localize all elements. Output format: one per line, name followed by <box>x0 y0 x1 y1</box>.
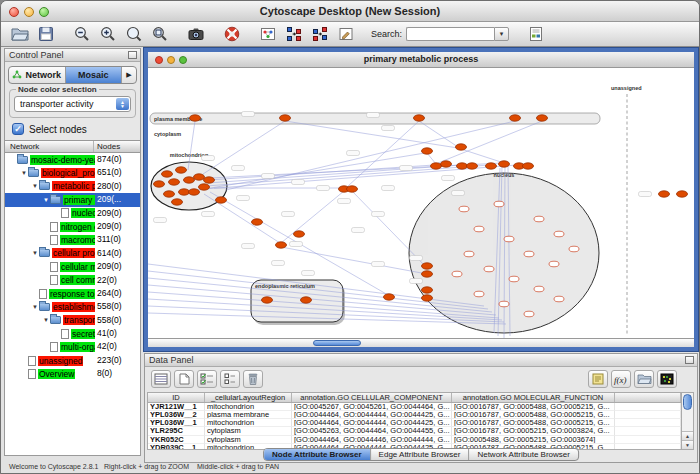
node-color-combobox[interactable]: transporter activity ▲▼ <box>14 96 131 112</box>
graph-node[interactable] <box>154 181 165 187</box>
graph-node[interactable] <box>194 174 205 180</box>
graph-node[interactable] <box>459 206 469 212</box>
attribute-matrix-icon[interactable] <box>657 370 677 388</box>
tree-row[interactable]: secretion41(0) <box>5 327 140 340</box>
graph-node[interactable] <box>204 177 215 183</box>
tree-row[interactable]: unassigned223(0) <box>5 354 140 367</box>
column-header[interactable]: ID <box>148 393 205 402</box>
graph-node[interactable] <box>464 251 474 257</box>
graph-node[interactable] <box>384 294 395 300</box>
graph-node[interactable] <box>486 163 497 169</box>
graph-node[interactable] <box>494 201 504 207</box>
select-all-attributes-icon[interactable] <box>197 370 217 388</box>
tree-row[interactable]: response to stimulu264(0) <box>5 287 140 300</box>
tree-row[interactable]: Overview8(0) <box>5 367 140 380</box>
graph-node[interactable] <box>467 163 478 169</box>
graph-node[interactable] <box>534 286 544 292</box>
save-session-icon[interactable] <box>35 24 57 44</box>
expander-icon[interactable]: ▼ <box>31 304 39 310</box>
attribute-table[interactable]: ID_cellularLayoutRegionannotation.GO CEL… <box>147 392 682 450</box>
table-row[interactable]: YPL036W__1mitochondrion[GO:0044464, GO:0… <box>148 419 681 427</box>
graph-node[interactable] <box>422 263 433 269</box>
zoom-selected-icon[interactable] <box>123 24 145 44</box>
graph-node[interactable] <box>524 311 534 317</box>
graph-node[interactable] <box>422 287 433 293</box>
graph-node[interactable] <box>554 296 564 302</box>
tree-row[interactable]: ▼biological_process651(0) <box>5 166 140 179</box>
graph-node[interactable] <box>164 191 175 197</box>
tree-column-network[interactable]: Network <box>5 141 94 152</box>
graph-node[interactable] <box>294 231 305 237</box>
tree-column-nodes[interactable]: Nodes <box>94 141 140 152</box>
graph-node[interactable] <box>301 297 312 303</box>
graph-node[interactable] <box>262 297 273 303</box>
tree-row[interactable]: ▼transport558(0) <box>5 314 140 327</box>
graph-node[interactable] <box>499 301 509 307</box>
graph-node[interactable] <box>534 216 544 222</box>
tree-row[interactable]: cellular metabo209(0) <box>5 260 140 273</box>
zoom-fit-icon[interactable] <box>149 24 171 44</box>
graph-node[interactable] <box>441 161 452 167</box>
unselect-attributes-icon[interactable] <box>220 370 240 388</box>
graph-node[interactable] <box>422 271 433 277</box>
graph-node[interactable] <box>184 177 195 183</box>
graph-node[interactable] <box>252 219 263 225</box>
horizontal-scrollbar[interactable] <box>148 338 694 347</box>
tree-row[interactable]: mosaic-demo-yeast874(0) <box>5 153 140 166</box>
vscroll-thumb[interactable] <box>683 394 692 410</box>
graph-node[interactable] <box>549 261 559 267</box>
graph-node[interactable] <box>162 171 173 177</box>
graph-node[interactable] <box>216 197 227 203</box>
zoom-in-icon[interactable] <box>97 24 119 44</box>
scroll-up-arrow[interactable]: ▲ <box>682 431 693 440</box>
tree-row[interactable]: ▼cellular process614(0) <box>5 247 140 260</box>
combobox-stepper-icon[interactable]: ▲▼ <box>116 98 129 110</box>
layout-nodes-icon[interactable] <box>283 24 305 44</box>
hscroll-thumb[interactable] <box>313 340 361 346</box>
float-data-panel-icon[interactable] <box>685 356 694 364</box>
tabs-overflow-arrow[interactable]: ▶ <box>122 67 136 83</box>
import-attribute-file-icon[interactable] <box>634 370 654 388</box>
delete-attribute-icon[interactable] <box>243 370 263 388</box>
tree-row[interactable]: ▼primary metabo209(... <box>5 193 140 206</box>
function-builder-icon[interactable]: f(x) <box>611 370 631 388</box>
expander-icon[interactable]: ▼ <box>42 317 50 323</box>
graph-node[interactable] <box>537 115 548 121</box>
graph-node[interactable] <box>176 167 187 173</box>
graph-node[interactable] <box>569 246 579 252</box>
tree-row[interactable]: macromolecule311(0) <box>5 233 140 246</box>
graph-node[interactable] <box>169 179 180 185</box>
graph-node[interactable] <box>179 189 190 195</box>
graph-node[interactable] <box>524 251 534 257</box>
expander-icon[interactable]: ▼ <box>31 250 39 256</box>
tab-edge-attribute-browser[interactable]: Edge Attribute Browser <box>371 449 470 460</box>
snapshot-camera-icon[interactable] <box>185 24 207 44</box>
graph-node[interactable] <box>509 276 519 282</box>
table-row[interactable]: YPL036W__2plasma membrane[GO:0044464, GO… <box>148 411 681 419</box>
graph-node[interactable] <box>452 271 462 277</box>
tab-mosaic[interactable]: Mosaic <box>66 67 123 83</box>
select-nodes-checkbox[interactable]: ✓ <box>12 123 24 135</box>
tab-network[interactable]: Network <box>9 67 66 83</box>
network-tree-header[interactable]: Network Nodes <box>5 140 140 153</box>
graph-node[interactable] <box>474 226 484 232</box>
scroll-down-arrow[interactable]: ▼ <box>682 440 693 449</box>
window-titlebar[interactable]: Cytoscape Desktop (New Session) <box>1 1 699 22</box>
maximize-button[interactable] <box>39 7 49 17</box>
select-attributes-icon[interactable] <box>151 370 171 388</box>
column-header[interactable]: _cellularLayoutRegion <box>205 393 292 402</box>
graph-node[interactable] <box>190 115 201 121</box>
graph-node[interactable] <box>431 163 442 169</box>
column-header[interactable]: annotation.GO CELLULAR_COMPONENT <box>292 393 452 402</box>
tree-row[interactable]: ▼establishment of lo558(0) <box>5 300 140 313</box>
layout-edges-icon[interactable] <box>309 24 331 44</box>
network-canvas[interactable]: plasma membranecytoplasmmitochondrionnuc… <box>148 68 694 338</box>
vertical-scrollbar[interactable]: ▲ ▼ <box>681 392 694 450</box>
search-dropdown-icon[interactable]: ▾ <box>494 27 509 41</box>
net-minimize-button[interactable] <box>167 56 175 64</box>
network-window-titlebar[interactable]: primary metabolic process <box>148 52 694 68</box>
graph-node[interactable] <box>484 266 494 272</box>
graph-node[interactable] <box>504 236 514 242</box>
expander-icon[interactable]: ▼ <box>31 183 39 189</box>
graph-node[interactable] <box>276 242 287 248</box>
